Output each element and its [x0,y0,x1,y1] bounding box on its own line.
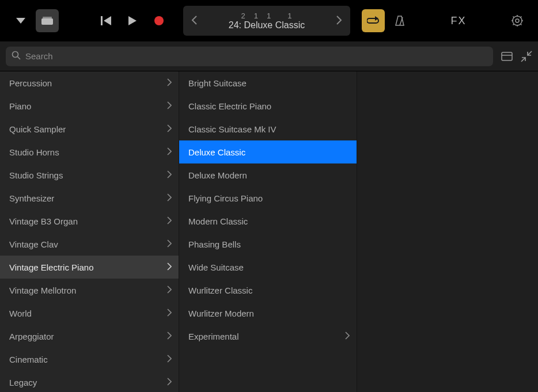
preset-row[interactable]: Experimental [179,325,357,348]
preset-row[interactable]: Bright Suitcase [179,71,357,94]
preset-row[interactable]: Deluxe Classic [179,140,357,163]
category-row[interactable]: Arpeggiator [0,325,179,348]
metronome-button[interactable] [388,9,411,32]
chevron-right-icon [167,355,172,364]
category-label: Percussion [9,78,52,88]
category-label: Quick Sampler [9,124,66,134]
menu-dropdown-button[interactable] [9,9,32,32]
chevron-right-icon [167,332,172,341]
cycle-button[interactable] [362,9,385,32]
preset-label: Flying Circus Piano [188,193,263,203]
chevron-right-icon [167,378,172,387]
category-label: Vintage Mellotron [9,286,76,295]
svg-line-21 [18,57,21,60]
svg-point-6 [154,16,164,25]
preset-label: Deluxe Classic [188,147,245,157]
svg-line-9 [400,17,403,25]
library-button[interactable] [36,9,59,32]
preset-label: Experimental [188,332,239,341]
svg-line-24 [528,51,532,55]
view-mode-button[interactable] [501,52,513,61]
lcd-display: 2 1 1 1 24: Deluxe Classic [183,6,350,36]
preset-label: Classic Suitcase Mk IV [188,124,276,134]
category-label: Vintage Clav [9,239,58,249]
svg-rect-1 [41,18,53,25]
search-bar [0,41,538,71]
lcd-prev-button[interactable] [188,13,200,29]
svg-marker-5 [128,16,137,25]
preset-column: Bright SuitcaseClassic Electric PianoCla… [179,71,357,392]
detail-column [357,71,538,392]
library-browser: PercussionPianoQuick SamplerStudio Horns… [0,71,538,392]
svg-point-11 [516,19,519,22]
preset-label: Wurlitzer Modern [188,309,254,318]
chevron-right-icon [167,147,172,157]
chevron-right-icon [167,170,172,180]
preset-row[interactable]: Wurlitzer Classic [179,279,357,302]
record-button[interactable] [147,9,171,32]
preset-row[interactable]: Classic Suitcase Mk IV [179,117,357,140]
category-row[interactable]: Vintage Clav [0,233,179,256]
svg-rect-2 [43,17,52,18]
collapse-button[interactable] [521,51,532,62]
chevron-right-icon [167,78,172,88]
category-label: Arpeggiator [9,332,54,341]
category-row[interactable]: Vintage B3 Organ [0,210,179,233]
category-label: World [9,309,32,318]
category-row[interactable]: World [0,302,179,325]
category-label: Vintage Electric Piano [9,262,93,272]
svg-rect-22 [502,52,512,60]
svg-line-17 [520,24,521,25]
preset-label: Modern Classic [188,216,248,226]
category-row[interactable]: Cinematic [0,348,179,371]
category-row[interactable]: Studio Strings [0,163,179,187]
search-input[interactable] [25,51,487,61]
chevron-right-icon [167,193,172,203]
lcd-next-button[interactable] [333,13,346,29]
svg-line-16 [513,17,514,18]
category-row[interactable]: Piano [0,94,179,117]
svg-point-20 [13,52,18,58]
svg-rect-3 [101,16,103,25]
category-label: Studio Horns [9,147,59,157]
category-row[interactable]: Percussion [0,71,179,94]
preset-row[interactable]: Phasing Bells [179,233,357,256]
top-toolbar: 2 1 1 1 24: Deluxe Classic FX [0,0,538,41]
lcd-content[interactable]: 2 1 1 1 24: Deluxe Classic [200,12,333,31]
category-label: Piano [9,101,31,111]
fx-button[interactable]: FX [443,10,475,32]
settings-gear-button[interactable] [506,9,529,32]
chevron-right-icon [167,124,172,134]
svg-line-25 [521,58,525,62]
svg-marker-4 [104,16,111,25]
preset-row[interactable]: Classic Electric Piano [179,94,357,117]
category-row[interactable]: Quick Sampler [0,117,179,140]
preset-label: Bright Suitcase [188,78,247,88]
category-row[interactable]: Studio Horns [0,140,179,163]
preset-row[interactable]: Modern Classic [179,210,357,233]
category-label: Cinematic [9,355,48,364]
preset-label: Wurlitzer Classic [188,286,252,295]
svg-line-19 [520,17,521,18]
search-field[interactable] [6,47,493,66]
preset-row[interactable]: Flying Circus Piano [179,187,357,210]
lcd-patch-title: 24: Deluxe Classic [229,20,305,31]
category-row[interactable]: Legacy [0,371,179,392]
svg-line-18 [513,24,514,25]
preset-row[interactable]: Wurlitzer Modern [179,302,357,325]
category-row[interactable]: Vintage Electric Piano [0,256,179,279]
preset-label: Wide Suitcase [188,262,244,272]
preset-row[interactable]: Deluxe Modern [179,163,357,187]
category-row[interactable]: Vintage Mellotron [0,279,179,302]
category-row[interactable]: Synthesizer [0,187,179,210]
preset-row[interactable]: Wide Suitcase [179,256,357,279]
search-icon [12,51,21,62]
chevron-right-icon [167,286,172,295]
chevron-right-icon [345,332,350,341]
chevron-right-icon [167,309,172,318]
previous-button[interactable] [94,9,118,32]
category-label: Vintage B3 Organ [9,216,78,226]
play-button[interactable] [121,9,144,32]
chevron-right-icon [167,239,172,249]
preset-label: Classic Electric Piano [188,101,271,111]
